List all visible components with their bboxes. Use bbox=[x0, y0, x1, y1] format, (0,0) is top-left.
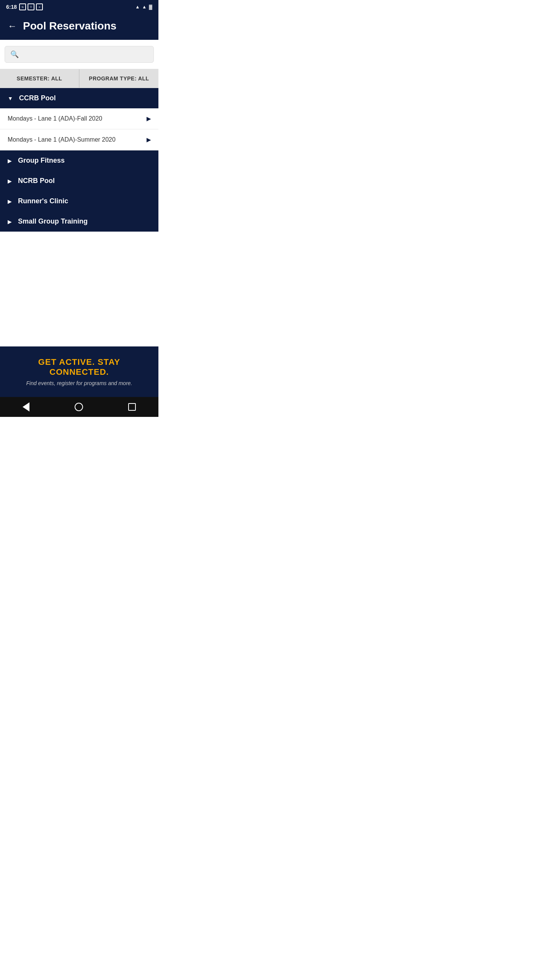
nav-back-button[interactable] bbox=[23, 402, 29, 412]
battery-icon: ▓ bbox=[149, 4, 152, 10]
search-container: 🔍 bbox=[0, 40, 158, 69]
app-icon-3: ≡ bbox=[36, 3, 43, 10]
list-item-arrow-ccrb-pool-1: ▶ bbox=[147, 137, 151, 143]
recent-square-icon bbox=[128, 403, 136, 411]
ndsu-icon: N bbox=[19, 3, 26, 10]
program-type-filter-button[interactable]: PROGRAM TYPE: ALL bbox=[80, 69, 158, 88]
status-icons: ▲ ▲ ▓ bbox=[135, 4, 152, 10]
category-label-group-fitness: Group Fitness bbox=[18, 157, 65, 165]
signal-icon: ▲ bbox=[142, 4, 147, 10]
bottom-nav bbox=[0, 397, 158, 417]
search-box: 🔍 bbox=[5, 46, 154, 63]
wifi-icon: ▲ bbox=[135, 4, 140, 10]
category-arrow-ncrb-pool: ▶ bbox=[8, 178, 12, 184]
content-area bbox=[0, 232, 158, 346]
category-header-runners-clinic[interactable]: ▶ Runner's Clinic bbox=[0, 191, 158, 211]
category-arrow-ccrb-pool: ▼ bbox=[8, 95, 13, 101]
status-bar: 6:18 N ⊙ ≡ ▲ ▲ ▓ bbox=[0, 0, 158, 14]
search-icon: 🔍 bbox=[10, 50, 19, 59]
banner: GET ACTIVE. STAY CONNECTED. Find events,… bbox=[0, 346, 158, 397]
nav-recent-button[interactable] bbox=[128, 403, 136, 411]
status-left: 6:18 N ⊙ ≡ bbox=[6, 3, 43, 10]
semester-filter-button[interactable]: SEMESTER: ALL bbox=[0, 69, 80, 88]
category-label-runners-clinic: Runner's Clinic bbox=[18, 197, 68, 205]
back-triangle-icon bbox=[23, 402, 29, 412]
category-header-ncrb-pool[interactable]: ▶ NCRB Pool bbox=[0, 171, 158, 191]
banner-title: GET ACTIVE. STAY CONNECTED. bbox=[8, 357, 151, 377]
category-header-group-fitness[interactable]: ▶ Group Fitness bbox=[0, 150, 158, 171]
category-label-ncrb-pool: NCRB Pool bbox=[18, 177, 55, 185]
category-header-ccrb-pool[interactable]: ▼ CCRB Pool bbox=[0, 88, 158, 108]
category-header-small-group-training[interactable]: ▶ Small Group Training bbox=[0, 211, 158, 232]
categories-list: ▼ CCRB Pool Mondays - Lane 1 (ADA)-Fall … bbox=[0, 88, 158, 232]
app-icon-2: ⊙ bbox=[28, 3, 34, 10]
category-arrow-runners-clinic: ▶ bbox=[8, 198, 12, 204]
list-item-ccrb-pool-0[interactable]: Mondays - Lane 1 (ADA)-Fall 2020 ▶ bbox=[0, 108, 158, 129]
category-label-ccrb-pool: CCRB Pool bbox=[19, 94, 56, 102]
app-icons: N ⊙ ≡ bbox=[19, 3, 43, 10]
category-arrow-small-group-training: ▶ bbox=[8, 219, 12, 225]
list-item-text-ccrb-pool-0: Mondays - Lane 1 (ADA)-Fall 2020 bbox=[8, 115, 102, 122]
home-circle-icon bbox=[75, 403, 83, 411]
list-item-arrow-ccrb-pool-0: ▶ bbox=[147, 116, 151, 122]
banner-subtitle: Find events, register for programs and m… bbox=[8, 380, 151, 386]
list-item-ccrb-pool-1[interactable]: Mondays - Lane 1 (ADA)-Summer 2020 ▶ bbox=[0, 129, 158, 150]
page-title: Pool Reservations bbox=[23, 20, 116, 32]
header: ← Pool Reservations bbox=[0, 14, 158, 40]
category-label-small-group-training: Small Group Training bbox=[18, 217, 88, 225]
search-input[interactable] bbox=[23, 51, 148, 58]
filter-row: SEMESTER: ALL PROGRAM TYPE: ALL bbox=[0, 69, 158, 88]
status-time: 6:18 bbox=[6, 4, 17, 10]
nav-home-button[interactable] bbox=[75, 403, 83, 411]
list-item-text-ccrb-pool-1: Mondays - Lane 1 (ADA)-Summer 2020 bbox=[8, 136, 116, 143]
back-button[interactable]: ← bbox=[8, 21, 17, 31]
category-arrow-group-fitness: ▶ bbox=[8, 158, 12, 164]
